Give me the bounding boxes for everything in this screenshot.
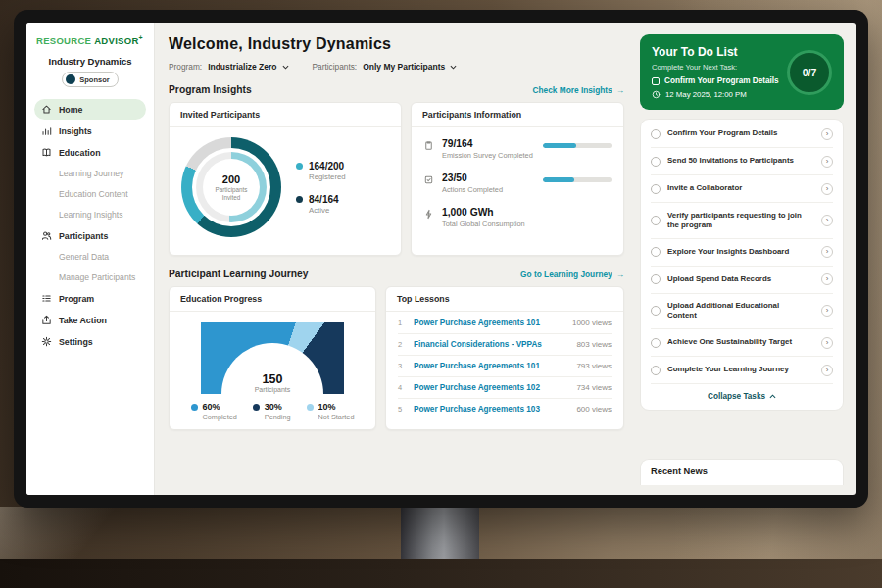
task-row[interactable]: Confirm Your Program Details › (651, 121, 833, 148)
task-row[interactable]: Invite a Collaborator › (651, 175, 833, 203)
sponsor-badge[interactable]: Sponsor (62, 72, 118, 87)
brand-name-advisor: ADVISOR (94, 35, 138, 46)
sidebar-item-take-action[interactable]: Take Action (34, 310, 146, 330)
brand-plus: + (139, 34, 143, 41)
legend-item-not-started: 10% Not Started (307, 402, 355, 421)
sidebar-item-label: Education Content (59, 189, 128, 199)
task-row[interactable]: Complete Your Learning Journey › (651, 357, 833, 384)
task-checkbox[interactable] (651, 129, 661, 139)
sidebar-menu: Home Insights Education Learning Journey (34, 99, 146, 353)
task-checkbox[interactable] (651, 216, 661, 225)
sidebar-item-education-content[interactable]: Education Content (34, 184, 146, 204)
sidebar-item-participants[interactable]: Participants (34, 225, 146, 246)
donut-gap: 200 Participants Invited (192, 148, 270, 226)
check-more-insights-link[interactable]: Check More Insights → (533, 85, 624, 95)
task-checkbox[interactable] (651, 338, 661, 348)
info-value: 23/50 (442, 172, 503, 183)
chevron-right-icon[interactable]: › (821, 337, 833, 349)
sidebar-item-general-data[interactable]: General Data (34, 247, 146, 267)
task-label: Explore Your Insights Dashboard (667, 247, 789, 257)
task-row[interactable]: Send 50 Invitations to Participants › (651, 148, 833, 175)
learning-journey-header: Participant Learning Journey Go to Learn… (169, 269, 624, 279)
chevron-right-icon[interactable]: › (821, 156, 833, 168)
sidebar-item-program[interactable]: Program (34, 288, 146, 309)
info-label: Actions Completed (442, 185, 503, 194)
info-row-emission-survey: 79/164 Emission Survey Completed (423, 138, 612, 160)
todo-panel: Your To Do List Complete Your Next Task:… (634, 23, 856, 495)
task-row[interactable]: Upload Additional Educational Content › (651, 294, 833, 330)
task-checkbox[interactable] (651, 184, 661, 194)
task-row[interactable]: Verify participants requesting to join t… (651, 203, 833, 239)
task-checkbox[interactable] (651, 306, 661, 316)
go-to-learning-journey-link[interactable]: Go to Learning Journey → (520, 270, 624, 279)
sidebar-item-label: Education (59, 148, 101, 158)
task-label: Send 50 Invitations to Participants (667, 156, 794, 166)
sidebar-item-label: Learning Insights (59, 210, 122, 220)
lesson-rank: 1 (398, 318, 406, 327)
main-content: Welcome, Industry Dynamics Program: Indu… (155, 23, 634, 495)
gauge-center-value: 150 (263, 372, 283, 386)
invited-participants-donut-inner: 200 Participants Invited (196, 152, 267, 222)
lesson-link[interactable]: Power Purchase Agreements 101 (414, 362, 568, 370)
page-title: Welcome, Industry Dynamics (169, 35, 624, 53)
chevron-right-icon[interactable]: › (821, 273, 833, 285)
sidebar-item-learning-insights[interactable]: Learning Insights (34, 205, 146, 224)
settings-icon (41, 336, 52, 347)
chevron-right-icon[interactable]: › (821, 215, 833, 226)
invited-participants-donut: 200 Participants Invited (181, 137, 281, 237)
app-window: RESOURCE ADVISOR+ Industry Dynamics Spon… (26, 23, 856, 495)
monitor-stand (401, 504, 479, 561)
legend-value: 164/200 (309, 161, 346, 172)
chevron-right-icon[interactable]: › (821, 246, 833, 258)
legend-label: Not Started (318, 413, 355, 421)
task-row[interactable]: Achieve One Sustainability Target › (651, 329, 833, 357)
task-row[interactable]: Upload Spend Data Records › (651, 267, 833, 294)
legend-label: Completed (203, 413, 237, 421)
chevron-right-icon[interactable]: › (821, 305, 833, 317)
participants-information-body: 79/164 Emission Survey Completed (412, 127, 623, 239)
sidebar-item-home[interactable]: Home (34, 99, 146, 120)
sidebar-item-learning-journey[interactable]: Learning Journey (34, 164, 146, 183)
brand-name-resource: RESOURCE (36, 35, 91, 46)
sidebar-item-settings[interactable]: Settings (34, 331, 146, 352)
lesson-row: 5 Power Purchase Agreements 103 600 view… (398, 399, 612, 419)
program-select[interactable]: Industrialize Zero (208, 62, 288, 72)
lesson-link[interactable]: Power Purchase Agreements 102 (414, 383, 568, 392)
task-checkbox[interactable] (651, 274, 661, 284)
lesson-link[interactable]: Power Purchase Agreements 103 (414, 405, 568, 414)
legend-value: 10% (318, 402, 355, 412)
lesson-rank: 4 (398, 383, 406, 392)
lesson-link[interactable]: Financial Considerations - VPPAs (414, 340, 568, 349)
sidebar-item-education[interactable]: Education (34, 142, 146, 163)
lesson-link[interactable]: Power Purchase Agreements 101 (414, 318, 564, 327)
todo-due-label: 12 May 2025, 12:00 PM (665, 90, 747, 99)
legend-item-completed: 60% Completed (191, 402, 237, 421)
task-checkbox[interactable] (652, 77, 660, 85)
education-progress-card: Education Progress 150 Participants (169, 286, 376, 430)
sidebar-item-insights[interactable]: Insights (34, 121, 146, 141)
photo-background: RESOURCE ADVISOR+ Industry Dynamics Spon… (0, 0, 882, 588)
task-label: Complete Your Learning Journey (667, 365, 789, 374)
chevron-right-icon[interactable]: › (821, 183, 833, 195)
donut-center-label: Participants Invited (210, 186, 253, 202)
task-row[interactable]: Explore Your Insights Dashboard › (651, 239, 833, 267)
todo-progress-ring: 0/7 (787, 50, 832, 95)
lesson-views-count: 793 views (576, 362, 612, 370)
info-label: Total Global Consumption (442, 220, 525, 228)
participants-select[interactable]: Only My Participants (363, 62, 457, 72)
section-title-program-insights: Program Insights (169, 84, 252, 95)
gauge-legend: 60% Completed 30% Pending (191, 402, 355, 421)
task-checkbox[interactable] (651, 366, 661, 375)
legend-label: Registered (309, 172, 346, 181)
chevron-right-icon[interactable]: › (821, 365, 833, 376)
chevron-up-icon (769, 394, 776, 399)
sidebar-item-manage-participants[interactable]: Manage Participants (34, 268, 146, 287)
collapse-tasks-link[interactable]: Collapse Tasks (651, 384, 833, 409)
sidebar-item-label: Manage Participants (59, 272, 135, 282)
task-checkbox[interactable] (651, 157, 661, 167)
chevron-right-icon[interactable]: › (821, 128, 833, 140)
task-checkbox[interactable] (651, 247, 661, 257)
top-lessons-card: Top Lessons 1 Power Purchase Agreements … (385, 286, 624, 430)
chevron-down-icon (282, 65, 289, 70)
sidebar-item-label: Settings (59, 337, 93, 347)
